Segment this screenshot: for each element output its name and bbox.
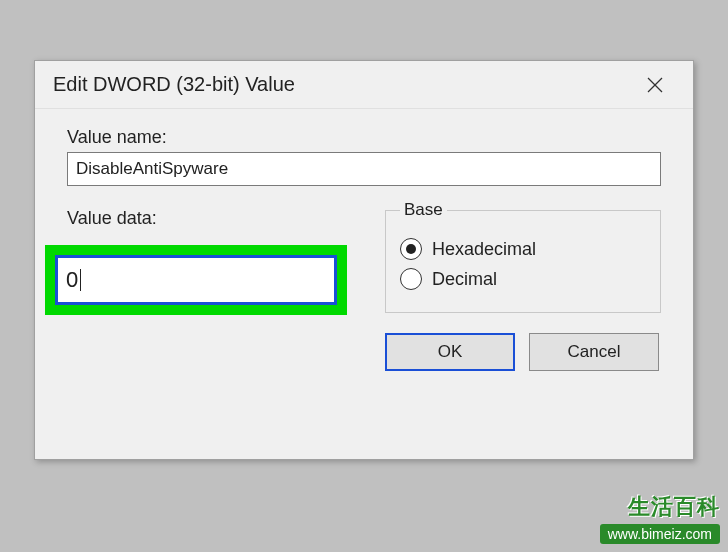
cancel-button[interactable]: Cancel	[529, 333, 659, 371]
base-group: Base Hexadecimal Decimal	[385, 200, 661, 313]
value-data-highlight: 0	[45, 245, 347, 315]
radio-hexadecimal[interactable]: Hexadecimal	[400, 238, 646, 260]
value-data-input[interactable]: 0	[55, 255, 337, 305]
radio-decimal[interactable]: Decimal	[400, 268, 646, 290]
radio-decimal-label: Decimal	[432, 269, 497, 290]
watermark-title: 生活百科	[600, 492, 720, 522]
radio-icon	[400, 238, 422, 260]
watermark-url: www.bimeiz.com	[600, 524, 720, 544]
ok-button[interactable]: OK	[385, 333, 515, 371]
radio-icon	[400, 268, 422, 290]
titlebar: Edit DWORD (32-bit) Value	[35, 61, 693, 109]
radio-dot-icon	[406, 244, 416, 254]
text-caret-icon	[80, 269, 81, 291]
close-button[interactable]	[635, 65, 675, 105]
value-name-input[interactable]	[67, 152, 661, 186]
base-legend: Base	[400, 200, 447, 220]
close-icon	[646, 76, 664, 94]
dialog-title: Edit DWORD (32-bit) Value	[53, 73, 295, 96]
value-data-text: 0	[66, 267, 78, 293]
button-row: OK Cancel	[67, 333, 661, 371]
radio-hexadecimal-label: Hexadecimal	[432, 239, 536, 260]
value-data-label: Value data:	[67, 208, 357, 229]
value-name-label: Value name:	[67, 127, 661, 148]
watermark: 生活百科 www.bimeiz.com	[600, 492, 720, 544]
